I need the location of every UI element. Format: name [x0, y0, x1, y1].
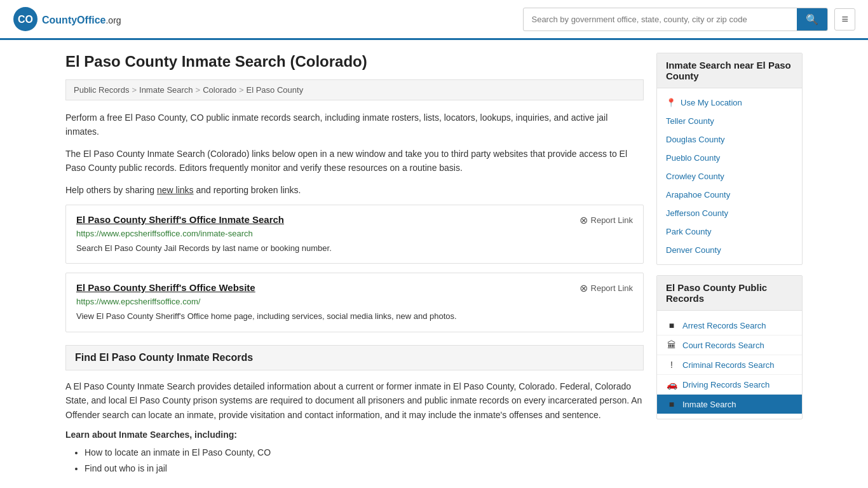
- link-card-desc-0: Search El Paso County Jail Records by la…: [76, 243, 332, 253]
- breadcrumb-colorado[interactable]: Colorado: [203, 85, 236, 95]
- page-title: El Paso County Inmate Search (Colorado): [65, 53, 644, 71]
- nearby-link-5[interactable]: Arapahoe County: [666, 190, 730, 200]
- nearby-link-0[interactable]: Use My Location: [681, 98, 742, 107]
- search-input[interactable]: [524, 10, 797, 29]
- intro-p2: The El Paso County Inmate Search (Colora…: [65, 147, 644, 175]
- breadcrumb-sep-3: >: [239, 85, 244, 95]
- link-card-desc-1: View El Paso County Sheriff's Office hom…: [76, 311, 457, 321]
- nearby-link-6[interactable]: Jefferson County: [666, 208, 728, 218]
- section-bold-label: Learn about Inmate Searches, including:: [65, 430, 644, 440]
- link-card-title-1[interactable]: El Paso County Sheriff's Office Website: [76, 282, 255, 293]
- section-title: Find El Paso County Inmate Records: [75, 352, 634, 363]
- nearby-link-2[interactable]: Douglas County: [666, 135, 725, 144]
- nearby-item-1[interactable]: Teller County: [657, 112, 802, 130]
- pr-icon-0: ■: [666, 320, 677, 330]
- section-bullet-list: How to locate an inmate in El Paso Count…: [65, 445, 644, 477]
- search-button[interactable]: 🔍: [797, 8, 827, 30]
- pr-link-0[interactable]: Arrest Records Search: [682, 321, 766, 330]
- nearby-box: Inmate Search near El Paso County 📍Use M…: [656, 53, 803, 265]
- logo-text: CountyOffice.org: [42, 12, 121, 26]
- link-cards: El Paso County Sheriff's Office Inmate S…: [65, 205, 644, 332]
- nearby-link-8[interactable]: Denver County: [666, 245, 721, 255]
- pr-link-3[interactable]: Driving Records Search: [682, 380, 770, 390]
- pr-icon-2: !: [666, 360, 677, 370]
- pr-link-1[interactable]: Court Records Search: [682, 341, 764, 350]
- section-p1: A El Paso County Inmate Search provides …: [65, 379, 644, 422]
- breadcrumb-sep-2: >: [196, 85, 201, 95]
- breadcrumb: Public Records > Inmate Search > Colorad…: [65, 79, 644, 100]
- link-card-url-1[interactable]: https://www.epcsheriffsoffice.com/: [76, 297, 633, 306]
- nearby-link-7[interactable]: Park County: [666, 227, 712, 236]
- content-body: A El Paso County Inmate Search provides …: [65, 379, 644, 477]
- pr-icon-4: ■: [666, 399, 677, 409]
- link-card-url-0[interactable]: https://www.epcsheriffsoffice.com/inmate…: [76, 229, 633, 238]
- nearby-item-3[interactable]: Pueblo County: [657, 149, 802, 167]
- pubrecords-box: El Paso County Public Records ■Arrest Re…: [656, 275, 803, 419]
- logo[interactable]: CO CountyOffice.org: [13, 6, 121, 32]
- intro-p3: Help others by sharing new links and rep…: [65, 183, 644, 197]
- nearby-item-2[interactable]: Douglas County: [657, 130, 802, 149]
- nearby-item-8[interactable]: Denver County: [657, 241, 802, 259]
- svg-text:CO: CO: [18, 14, 33, 25]
- intro-p1: Perform a free El Paso County, CO public…: [65, 111, 644, 139]
- sidebar: Inmate Search near El Paso County 📍Use M…: [656, 53, 803, 477]
- link-card-1: El Paso County Sheriff's Office Website …: [65, 273, 644, 332]
- nearby-item-4[interactable]: Crowley County: [657, 167, 802, 186]
- pr-item-4[interactable]: ■Inmate Search: [657, 395, 802, 414]
- pr-icon-3: 🚗: [666, 379, 677, 390]
- pr-item-3[interactable]: 🚗Driving Records Search: [657, 375, 802, 395]
- breadcrumb-current: El Paso County: [247, 85, 304, 95]
- nearby-box-header: Inmate Search near El Paso County: [657, 53, 802, 88]
- bullet-item-1: Find out who is in jail: [85, 461, 644, 477]
- report-link-btn-0[interactable]: ⊗ Report Link: [580, 214, 633, 226]
- menu-button[interactable]: ≡: [834, 8, 855, 30]
- breadcrumb-sep-1: >: [132, 85, 137, 95]
- nearby-item-5[interactable]: Arapahoe County: [657, 186, 802, 204]
- nearby-link-4[interactable]: Crowley County: [666, 172, 724, 181]
- nearby-item-0[interactable]: 📍Use My Location: [657, 93, 802, 112]
- pr-label-4: Inmate Search: [682, 400, 736, 409]
- pr-item-2[interactable]: !Criminal Records Search: [657, 355, 802, 375]
- report-link-btn-1[interactable]: ⊗ Report Link: [580, 282, 633, 294]
- section-header: Find El Paso County Inmate Records: [65, 345, 644, 370]
- location-icon: 📍: [666, 98, 676, 107]
- pr-icon-1: 🏛: [666, 340, 677, 350]
- nearby-link-1[interactable]: Teller County: [666, 116, 714, 126]
- header-right: 🔍 ≡: [523, 8, 855, 31]
- nearby-item-7[interactable]: Park County: [657, 222, 802, 241]
- nearby-box-body: 📍Use My LocationTeller CountyDouglas Cou…: [657, 88, 802, 264]
- nearby-item-6[interactable]: Jefferson County: [657, 204, 802, 222]
- new-links-link[interactable]: new links: [157, 185, 194, 195]
- logo-icon: CO: [13, 6, 38, 32]
- breadcrumb-inmate-search[interactable]: Inmate Search: [139, 85, 193, 95]
- nearby-link-3[interactable]: Pueblo County: [666, 153, 720, 163]
- pr-item-0[interactable]: ■Arrest Records Search: [657, 316, 802, 336]
- link-card-0: El Paso County Sheriff's Office Inmate S…: [65, 205, 644, 264]
- pubrecords-box-body: ■Arrest Records Search🏛Court Records Sea…: [657, 311, 802, 419]
- content-area: El Paso County Inmate Search (Colorado) …: [65, 53, 644, 477]
- search-bar: 🔍: [523, 8, 828, 31]
- link-card-title-0[interactable]: El Paso County Sheriff's Office Inmate S…: [76, 214, 284, 225]
- pr-link-2[interactable]: Criminal Records Search: [682, 360, 775, 370]
- pr-item-1[interactable]: 🏛Court Records Search: [657, 336, 802, 355]
- pubrecords-box-header: El Paso County Public Records: [657, 276, 802, 311]
- breadcrumb-public-records[interactable]: Public Records: [74, 85, 129, 95]
- bullet-item-0: How to locate an inmate in El Paso Count…: [85, 445, 644, 461]
